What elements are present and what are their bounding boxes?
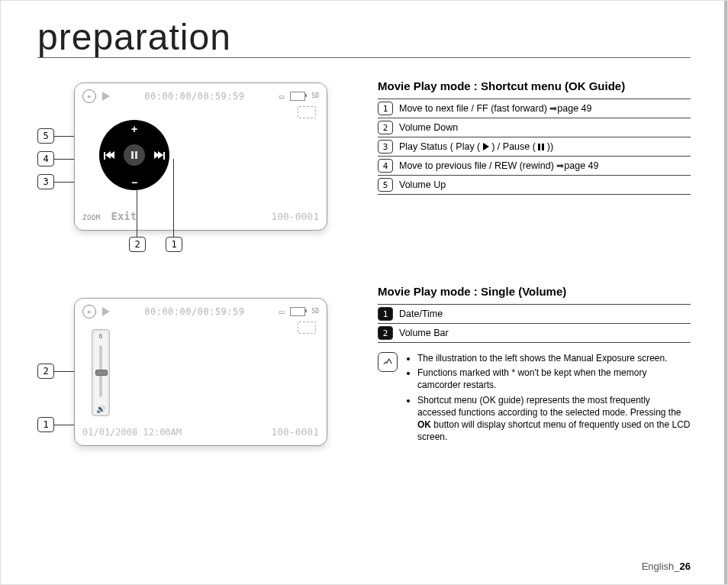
card-icon: ▭ [279,92,285,102]
reel-icon: ✳ [82,89,96,103]
vol-level: 6 [92,332,109,340]
ok-guide-rows: 1 Move to next file / FF (fast forward) … [378,99,691,195]
single-figure: 2 1 ✳ 00:00:00/00:59:59 ▭ SD [37,298,350,458]
arrow-icon: ➡ [556,160,564,171]
ff-icon [156,148,165,162]
datetime-text: 01/01/2008 12:00AM [82,427,182,438]
note-1: The illustration to the left shows the M… [417,352,691,364]
row-4: 4 Move to previous file / REW (rewind) ➡… [378,157,691,176]
timer-text-2: 00:00:00/00:59:59 [116,306,273,317]
screen-bottombar-2: 01/01/2008 12:00AM 100-0001 [82,426,319,438]
title-rule [37,57,691,58]
screen-single: ✳ 00:00:00/00:59:59 ▭ SD 6 🔊 [74,298,327,446]
timer-text: 00:00:00/00:59:59 [116,91,273,102]
control-pad: + − [99,120,169,190]
note-icon [378,352,398,372]
row-2: 2 Volume Down [378,118,691,137]
play-icon [102,92,110,101]
note-2: Functions marked with * won't be kept wh… [417,367,691,391]
screen-bottombar: ZOOM Exit 100-0001 [82,210,319,222]
ok-guide-heading: Movie Play mode : Shortcut menu (OK Guid… [378,79,691,92]
play-glyph-icon [483,143,489,150]
single-row-2: 2 Volume Bar [378,324,691,343]
exit-label: Exit [111,210,137,222]
callout-1-line [173,159,174,237]
page-title: preparation [37,19,691,56]
row-1: 1 Move to next file / FF (fast forward) … [378,99,691,118]
notes-block: The illustration to the left shows the M… [378,352,691,445]
pause-center-icon [124,144,145,166]
minus-icon: − [131,176,137,189]
screen-topbar: ✳ 00:00:00/00:59:59 ▭ SD [82,89,319,103]
zoom-label: ZOOM [82,214,101,221]
single-rows: 1 Date/Time 2 Volume Bar [378,304,691,343]
volume-bar: 6 🔊 [92,329,110,416]
rew-icon [104,148,113,162]
row-3: 3 Play Status ( Play ( ) / Pause ( )) [378,137,691,157]
battery-icon [290,307,305,316]
row-5: 5 Volume Up [378,176,691,195]
volume-thumb [95,370,108,376]
single-row-1: 1 Date/Time [378,305,691,324]
card-icon: ▭ [279,307,285,317]
frame-size-icon [298,106,316,118]
page-edge [724,1,727,584]
battery-icon [290,92,305,101]
reel-icon: ✳ [82,305,96,318]
callout-2-line [137,189,137,237]
callout-2: 2 [129,237,146,252]
note-3: Shortcut menu (OK guide) represents the … [417,394,691,444]
frame-size-icon [298,322,316,334]
single-heading: Movie Play mode : Single (Volume) [378,285,691,298]
speaker-icon: 🔊 [92,405,109,413]
ok-guide-figure: 5 4 3 ✳ 00:00:00/00:59:59 ▭ SD [37,82,350,258]
file-number: 100-0001 [271,211,319,222]
callout-1: 1 [166,237,182,252]
row-3-text: Play Status ( Play ( ) / Pause ( )) [399,141,691,152]
sd-icon: SD [311,309,319,315]
page-footer: English_26 [642,561,691,572]
arrow-icon: ➡ [549,103,557,114]
screen-topbar-2: ✳ 00:00:00/00:59:59 ▭ SD [82,305,319,318]
file-number-2: 100-0001 [271,426,319,438]
play-icon [102,307,110,316]
screen-ok-guide: ✳ 00:00:00/00:59:59 ▭ SD + − [74,82,327,231]
sd-icon: SD [311,93,319,99]
pause-glyph-icon [538,144,544,150]
plus-icon: + [131,123,137,135]
